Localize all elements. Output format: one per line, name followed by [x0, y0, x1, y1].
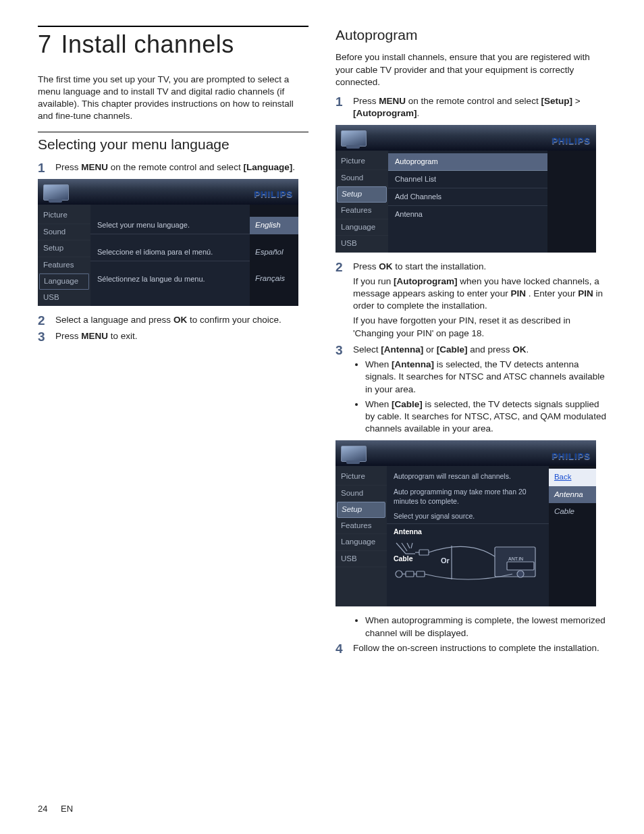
osd-info-text: Autoprogram will rescan all channels. [387, 469, 549, 484]
bold-text: OK [379, 261, 392, 271]
osd-right-option: Français [250, 270, 298, 288]
chapter-heading: 7Install channels [38, 28, 308, 61]
tv-icon [338, 444, 368, 466]
step-text: Follow the on-screen instructions to com… [353, 643, 599, 653]
osd-left-column: Picture Sound Setup Features Language US… [38, 205, 90, 306]
page-lang: EN [61, 804, 73, 814]
steps-list-autoprogram-cont: 2 Press OK to start the installation. If… [336, 261, 606, 436]
step-3: 3 Select [Antenna] or [Cable] and press … [336, 344, 606, 436]
osd-mid-row: Seleccione el idioma para el menú. [90, 244, 250, 261]
osd-header: PHILIPS [336, 440, 596, 466]
osd-label-cable: Cable [387, 551, 549, 566]
bold-text: [Antenna] [381, 344, 423, 355]
step-sub-text: If you run [Autoprogram] when you have l… [353, 276, 606, 313]
step-text: Press [55, 331, 81, 341]
osd-left-item: USB [38, 290, 90, 307]
step-text: When [365, 359, 392, 369]
tv-osd: PHILIPS Picture Sound Setup Features Lan… [336, 440, 596, 606]
step-text: or [423, 344, 437, 355]
bullet-list: When [Antenna] is selected, the TV detec… [365, 359, 606, 435]
step-text: on the remote control and select [108, 162, 243, 172]
step-text: . [417, 108, 420, 118]
osd-label-antenna: Antenna [387, 524, 549, 539]
osd-info-text: Select your signal source. [387, 509, 549, 524]
step-text: and press [468, 344, 513, 355]
step-text: to exit. [108, 331, 138, 341]
bold-text: [Setup] [541, 96, 572, 106]
osd-header: PHILIPS [38, 179, 298, 205]
steps-list-autoprogram: 1 Press MENU on the remote control and s… [336, 95, 606, 120]
svg-rect-8 [406, 571, 414, 577]
bullet-item: When [Cable] is selected, the TV detects… [365, 398, 606, 436]
step-number: 2 [38, 312, 51, 330]
osd-left-item: Features [336, 518, 387, 535]
osd-right-column: Back Antenna Cable [549, 466, 596, 606]
page-number: 24 [38, 804, 47, 814]
osd-mid-row: Select your menu language. [90, 217, 250, 234]
osd-left-item-selected: Setup [337, 186, 387, 203]
bullet-item: When autoprogramming is complete, the lo… [365, 615, 606, 639]
osd-left-item: Sound [336, 170, 388, 187]
section-rule [38, 132, 308, 132]
osd-mid-column: Select your menu language. Seleccione el… [90, 205, 250, 306]
osd-right-option: English [250, 217, 298, 234]
bold-text: PIN [510, 288, 526, 298]
step-2: 2 Press OK to start the installation. If… [336, 261, 606, 340]
step-number: 1 [336, 93, 349, 111]
osd-mid-row: Add Channels [388, 188, 547, 206]
step-text: . [292, 162, 295, 172]
steps-list-language: 1 Press MENU on the remote control and s… [38, 161, 308, 174]
step-3: 3 Press MENU to exit. [38, 330, 308, 342]
philips-logo: PHILIPS [254, 188, 293, 205]
philips-logo: PHILIPS [552, 135, 591, 151]
bold-text: OK [512, 344, 526, 355]
step-1: 1 Press MENU on the remote control and s… [38, 161, 308, 174]
osd-left-item: Language [336, 219, 388, 236]
tv-osd: PHILIPS Picture Sound Setup Features Lan… [336, 125, 596, 252]
philips-logo: PHILIPS [552, 450, 591, 467]
osd-right-option-back: Back [549, 469, 596, 486]
osd-right-column [547, 151, 596, 252]
osd-right-column: English Español Français [250, 205, 298, 306]
tv-icon [338, 129, 368, 151]
step-number: 3 [336, 342, 349, 359]
osd-left-item-selected: Language [39, 273, 89, 290]
svg-line-3 [411, 543, 412, 548]
step-text: If you run [353, 276, 394, 286]
svg-point-7 [396, 571, 402, 577]
step-text: Press [353, 261, 379, 271]
osd-left-item: Setup [38, 240, 90, 257]
step-number: 1 [38, 159, 51, 177]
osd-header: PHILIPS [336, 125, 596, 151]
svg-line-2 [407, 543, 410, 548]
osd-left-item: Sound [336, 486, 387, 502]
osd-left-item: USB [336, 551, 387, 568]
bold-text: [Cable] [392, 399, 423, 409]
osd-mid-row: Sélectionnez la langue du menu. [90, 271, 250, 288]
bold-text: [Antenna] [392, 359, 434, 369]
bold-text: MENU [81, 331, 108, 341]
osd-left-item: Language [336, 534, 387, 551]
osd-left-item: Picture [38, 207, 90, 224]
steps-list-autoprogram-end: 4 Follow the on-screen instructions to c… [336, 642, 606, 654]
osd-mid-row: Channel List [388, 171, 547, 188]
step-4: 4 Follow the on-screen instructions to c… [336, 642, 606, 654]
bold-text: [Language] [243, 162, 292, 172]
figure-autoprogram-menu: PHILIPS Picture Sound Setup Features Lan… [336, 125, 606, 252]
step-text: Select a language and press [55, 315, 173, 325]
osd-right-option: Cable [549, 503, 596, 521]
step-text: Press [353, 96, 379, 106]
step-text: to start the installation. [393, 261, 487, 271]
osd-right-option: Antenna [549, 486, 596, 504]
osd-mid-row: Autoprogram [388, 153, 547, 171]
osd-left-item: Picture [336, 469, 387, 486]
page-top-rule [38, 26, 308, 27]
osd-mid-column: Autoprogram Channel List Add Channels An… [388, 151, 547, 252]
tv-icon [41, 183, 70, 205]
bullet-list: When autoprogramming is complete, the lo… [365, 615, 606, 639]
osd-body: Picture Sound Setup Features Language US… [336, 151, 596, 252]
osd-left-column: Picture Sound Setup Features Language US… [336, 466, 387, 606]
step-number: 2 [336, 259, 349, 276]
step-text: Press [55, 162, 81, 172]
tv-osd: PHILIPS Picture Sound Setup Features Lan… [38, 179, 298, 306]
